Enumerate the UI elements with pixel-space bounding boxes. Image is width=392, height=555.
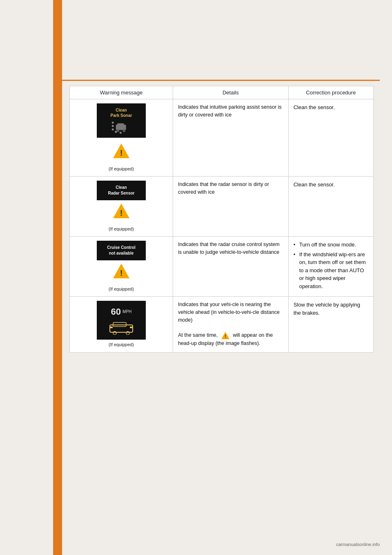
correction-cell-3: Turn off the snow mode. If the windshiel… — [288, 237, 373, 297]
inline-warning-icon: ! — [221, 331, 230, 340]
details-line-2: At the same time, — [178, 332, 218, 338]
alert-triangle-3: ! — [112, 263, 130, 279]
orange-sidebar — [53, 0, 62, 555]
table-row: Clean Park Sonar — [70, 99, 374, 177]
warning-cell-distance: 60 MPH (If — [70, 297, 173, 353]
svg-point-1 — [112, 125, 114, 127]
svg-rect-19 — [110, 327, 113, 328]
svg-text:!: ! — [120, 208, 123, 217]
radar-sensor-warning-box: Clean Radar Sensor — [97, 181, 146, 200]
svg-text:!: ! — [120, 269, 123, 278]
radar-label-line2: Radar Sensor — [102, 190, 140, 196]
if-equipped-4: (If equipped) — [75, 341, 168, 348]
park-sonar-car-svg — [111, 120, 131, 134]
alert-triangle-1: ! — [112, 143, 130, 159]
orange-line-top — [62, 80, 380, 81]
col-header-correction: Correction procedure — [288, 86, 373, 99]
svg-point-4 — [116, 130, 119, 132]
correction-cell-2: Clean the sensor. — [288, 177, 373, 237]
correction-bullets-3: Turn off the snow mode. If the windshiel… — [294, 241, 368, 290]
park-sonar-label-line1: Clean — [102, 107, 140, 113]
warning-cell-park-sonar: Clean Park Sonar — [70, 99, 173, 177]
speed-number: 60 — [111, 305, 121, 318]
main-table: Warning message Details Correction proce… — [69, 86, 374, 353]
table-row: Cruise Control not available ! (If equip… — [70, 237, 374, 297]
svg-point-5 — [122, 130, 125, 132]
bullet-item: Turn off the snow mode. — [294, 241, 368, 249]
svg-rect-3 — [117, 123, 124, 126]
col-header-warning: Warning message — [70, 86, 173, 99]
svg-point-6 — [112, 128, 114, 130]
table-row: 60 MPH (If — [70, 297, 374, 353]
svg-point-7 — [115, 131, 117, 133]
correction-cell-1: Clean the sensor. — [288, 99, 373, 177]
warning-cell-radar: Clean Radar Sensor ! (If equipped) — [70, 177, 173, 237]
details-cell-4: Indicates that your vehi-cle is nearing … — [173, 297, 288, 353]
park-sonar-icon — [102, 120, 140, 134]
radar-label-line1: Clean — [102, 185, 140, 190]
if-equipped-3: (If equipped) — [75, 286, 168, 293]
svg-rect-20 — [130, 327, 132, 328]
table-row: Clean Radar Sensor ! (If equipped) Indic… — [70, 177, 374, 237]
svg-point-0 — [112, 122, 114, 124]
park-sonar-label-line2: Park Sonar — [102, 113, 140, 118]
content-area: Warning message Details Correction proce… — [69, 86, 374, 514]
details-line-1: Indicates that your vehi-cle is nearing … — [178, 302, 280, 323]
alert-triangle-2: ! — [112, 203, 130, 219]
speed-unit: MPH — [122, 309, 131, 315]
svg-point-8 — [120, 132, 122, 134]
details-cell-1: Indicates that intuitive parking assist … — [173, 99, 288, 177]
speed-inner: 60 MPH — [102, 305, 140, 318]
correction-cell-4: Slow the vehicle by applying the brakes. — [288, 297, 373, 353]
if-equipped-2: (If equipped) — [75, 226, 168, 233]
svg-text:!: ! — [120, 148, 123, 157]
col-header-details: Details — [173, 86, 288, 99]
bullet-item: If the windshield wip-ers are on, turn t… — [294, 251, 368, 291]
cruise-label-line2: not available — [102, 251, 140, 256]
details-cell-2: Indicates that the radar sensor is dirty… — [173, 177, 288, 237]
park-sonar-warning-box: Clean Park Sonar — [97, 103, 146, 138]
vehicle-outline-svg — [109, 320, 134, 335]
watermark: carmanualsonline.info — [336, 542, 380, 547]
if-equipped-1: (If equipped) — [75, 166, 168, 172]
speed-display-box: 60 MPH — [97, 301, 146, 340]
warning-cell-cruise: Cruise Control not available ! (If equip… — [70, 237, 173, 297]
cruise-control-warning-box: Cruise Control not available — [97, 241, 146, 260]
details-cell-3: Indicates that the radar cruise control … — [173, 237, 288, 297]
svg-text:!: ! — [225, 334, 226, 339]
cruise-label-line1: Cruise Control — [102, 245, 140, 251]
